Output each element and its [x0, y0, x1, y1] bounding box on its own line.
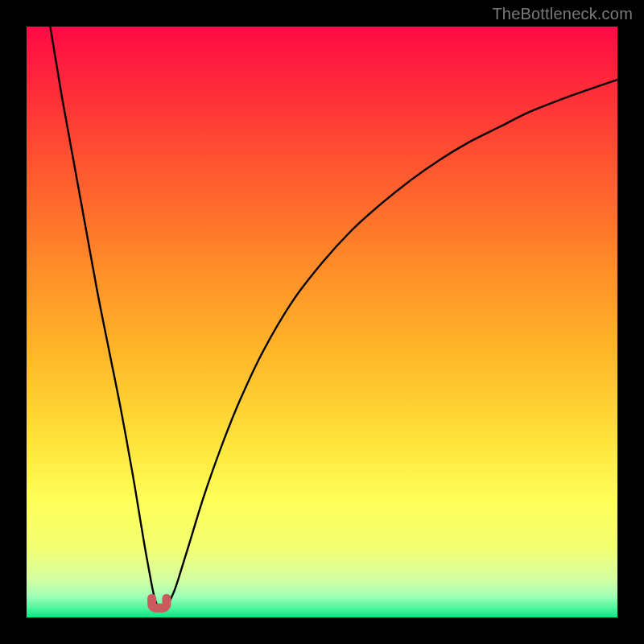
optimum-marker — [27, 27, 617, 617]
chart-frame: TheBottleneck.com — [0, 0, 644, 644]
plot-area — [27, 27, 617, 617]
watermark-text: TheBottleneck.com — [492, 5, 633, 23]
